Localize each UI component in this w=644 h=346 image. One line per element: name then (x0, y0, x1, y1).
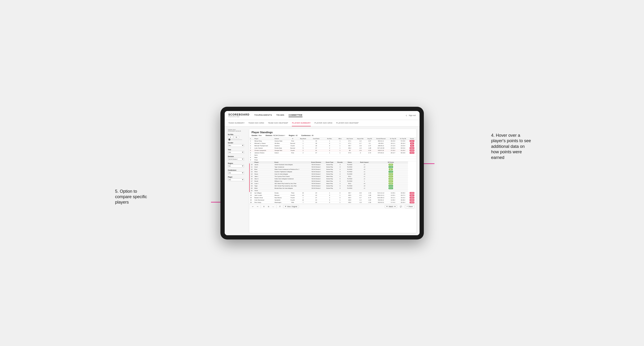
conference-select[interactable]: (All) (228, 172, 244, 174)
tooltip-row-num: 21 (250, 189, 254, 192)
tablet-frame: SCOREBOARD Powered by clippi TOURNAMENTS… (220, 107, 424, 239)
tooltip-row-event: Williams Cup (274, 180, 309, 182)
sub-nav-player-h2h-heatmap[interactable]: PLAYER H2H HEATMAP (336, 120, 359, 126)
tooltip-row-event-div: NCAA Division I (309, 164, 324, 166)
tooltip-row-wpts[interactable]: 25.38 (374, 182, 408, 185)
row-points[interactable]: 76.2 (408, 142, 416, 145)
sign-out-button[interactable]: Sign out (409, 114, 416, 116)
row-num: 9 (250, 159, 254, 161)
tooltip-row-wpts[interactable]: 73.33 (374, 171, 408, 173)
row-avg-to-par: -2 (355, 152, 366, 154)
nav-teams[interactable]: TEAMS (276, 113, 284, 117)
row-wins: 1 (336, 145, 344, 147)
gender-select[interactable]: Men (228, 144, 244, 147)
tooltip-row-wpts[interactable]: 37.57 (374, 173, 408, 175)
tooltip-row-player: Gord (254, 166, 274, 168)
rds-slider[interactable] (228, 139, 242, 140)
sub-nav-team-h2h-heatmap[interactable]: TEAM H2H HEATMAP (268, 120, 288, 126)
tooltip-row-rank-impact: +0 (355, 182, 374, 185)
view-original-button[interactable]: 👁 View: Original (283, 205, 299, 208)
rds-from-input[interactable] (228, 136, 233, 139)
undo-button[interactable]: ↩ (251, 205, 254, 208)
row-points[interactable] (408, 154, 416, 156)
row-no-rds (324, 156, 336, 159)
chevron-down-icon (242, 152, 243, 153)
tooltip-row-rank-impact: +0 (355, 168, 374, 171)
tooltip-row-wpts[interactable]: 30.47 (374, 180, 408, 182)
redo-button[interactable]: ↪ (256, 205, 259, 208)
row-vs50: 19-16-2 (398, 196, 408, 199)
row-points[interactable] (408, 156, 416, 159)
sub-nav-team-h2h-grid[interactable]: TEAM H2H GRID (248, 120, 264, 126)
row-num: 23 (250, 194, 254, 196)
row-no-rds: 2 (324, 147, 336, 149)
row-overall: 616-168-12 (374, 196, 388, 199)
tooltip-row-player: Luke I (254, 182, 274, 185)
conference-label: Conference (228, 169, 247, 171)
copy-button[interactable]: ⧉ (267, 205, 270, 208)
row-wins: 1 (336, 149, 344, 152)
row-yr: Second (288, 142, 297, 145)
tooltip-row-wpts[interactable]: 24.11 (374, 175, 408, 177)
tooltip-row-wpts[interactable]: 16.50 (374, 177, 408, 180)
tooltip-row-status: PLAYED (344, 180, 355, 182)
row-vs25 (388, 156, 398, 159)
region-select[interactable]: N/A (228, 165, 244, 168)
row-points[interactable]: 40.02 (408, 196, 416, 199)
region-label: Region (228, 163, 247, 164)
tooltip-row-wpts[interactable] (374, 189, 408, 192)
row-school: Missouri (274, 194, 288, 196)
nav-tournaments[interactable]: TOURNAMENTS (254, 113, 272, 117)
row-points[interactable]: 38.49 (408, 201, 416, 204)
sub-nav-player-summary[interactable]: PLAYER SUMMARY (292, 120, 310, 126)
row-points[interactable]: 58.18 (408, 152, 416, 154)
rds-to-input[interactable] (234, 136, 239, 139)
row-wins: 1 (336, 194, 344, 196)
row-points[interactable]: 88.27 (408, 140, 416, 142)
row-avg-to-par: -2.3 (355, 194, 366, 196)
share-button[interactable]: ↗ Share (405, 205, 414, 208)
tooltip-row-wpts[interactable]: 46.7 (374, 168, 408, 171)
row-vs50: 65-54-6 (398, 147, 408, 149)
player-select[interactable]: (All) (228, 178, 244, 181)
col-wins: Wins (336, 138, 344, 140)
tooltip-row-rank-impact: 1 (355, 180, 374, 182)
tooltip-row-wpts[interactable]: 53.60 (374, 166, 408, 168)
row-adj-score: 68.7 (344, 145, 355, 147)
row-avg-to-par: -1.8 (355, 201, 366, 204)
dash-button[interactable]: — (272, 205, 275, 208)
division-label: Division (228, 156, 247, 157)
watch-button[interactable]: 👁 Watch (385, 205, 397, 208)
row-avg-to-par (355, 159, 366, 161)
row-overall: 452-96-12 (374, 199, 388, 201)
tooltip-row-wpts[interactable]: 66.40 (374, 187, 408, 189)
slider-handle[interactable] (228, 139, 230, 141)
division-select[interactable]: NCAA Division I (228, 158, 244, 161)
row-points[interactable]: 70.2 (408, 145, 416, 147)
sub-nav-team-summary[interactable]: TEAM SUMMARY (228, 120, 245, 126)
download-button[interactable]: ⬇ (262, 205, 266, 208)
row-school (274, 156, 288, 159)
clock-button[interactable]: ⏱ (278, 205, 282, 208)
tooltip-row-player: Pitch (254, 171, 274, 173)
row-points[interactable]: 60.09 (408, 149, 416, 152)
sub-nav-player-h2h-grid[interactable]: PLAYER H2H GRID (314, 120, 332, 126)
row-points[interactable]: 39.95 (408, 199, 416, 201)
feedback-button[interactable]: 💬 (399, 205, 403, 208)
row-points[interactable]: 40.27 (408, 194, 416, 196)
row-conf-rank: 23 (309, 201, 324, 204)
row-points[interactable]: 40.58 (408, 192, 416, 194)
nav-committee[interactable]: COMMITTEE (288, 113, 302, 117)
row-points[interactable] (408, 159, 416, 161)
year-select[interactable]: (All) (228, 151, 244, 154)
row-reg-rank: 10 (297, 192, 309, 194)
row-school: Georgia Tech (274, 149, 288, 152)
row-points[interactable]: 66.94 (408, 147, 416, 149)
tooltip-row-wpts[interactable]: 43.64 (374, 164, 408, 166)
tooltip-row-wpts[interactable]: 56.18 (374, 185, 408, 187)
tooltip-row-num: 11 (250, 166, 254, 168)
row-wins (336, 154, 344, 156)
table-row: 23 Jack Lundin Missouri Fourth 11 24 0 1… (250, 194, 416, 196)
app-header: SCOREBOARD Powered by clippi TOURNAMENTS… (225, 111, 420, 120)
row-reg-rank: 2 (297, 149, 309, 152)
